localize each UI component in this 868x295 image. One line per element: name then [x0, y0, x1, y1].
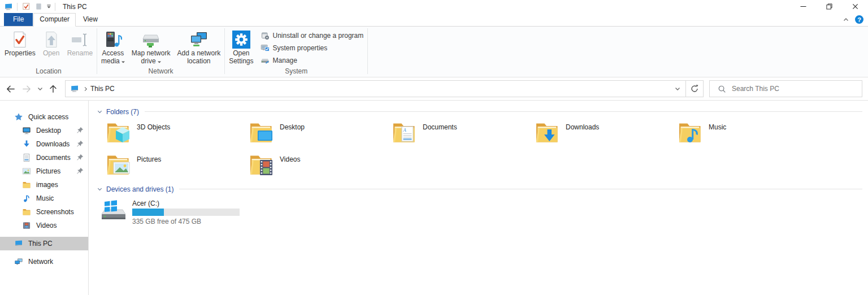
tile-desktop[interactable]: Desktop — [240, 121, 383, 146]
network-icon — [14, 257, 23, 266]
tile-name: Documents — [423, 123, 457, 131]
sidebar-item-this-pc[interactable]: This PC — [0, 237, 88, 250]
tile-music[interactable]: Music — [669, 121, 811, 146]
ribbon-group-system: OpenSettingsUninstall or change a progra… — [225, 27, 367, 77]
restore-button[interactable] — [816, 0, 842, 13]
refresh-button[interactable] — [686, 80, 704, 97]
sidebar-item-images[interactable]: images — [0, 178, 88, 192]
folder-documents-icon: A — [392, 121, 418, 145]
window-title: This PC — [63, 3, 87, 11]
sidebar-item-label: Desktop — [36, 127, 61, 135]
qat-customize-caret-icon — [46, 4, 51, 9]
system-properties-button[interactable]: System properties — [257, 42, 367, 54]
tile-name: Downloads — [566, 123, 599, 131]
folder-music-icon — [678, 121, 704, 145]
svg-text:A: A — [403, 127, 407, 133]
map-network-drive-button[interactable]: Map networkdrive — [128, 28, 174, 65]
minimize-ribbon-chevron-icon[interactable] — [843, 16, 849, 23]
sidebar-item-downloads[interactable]: Downloads — [0, 137, 88, 151]
open-settings-icon — [232, 31, 250, 49]
search-box[interactable] — [709, 80, 862, 97]
back-icon — [5, 84, 16, 94]
tile-name: Pictures — [137, 155, 161, 163]
sidebar-item-videos[interactable]: Videos — [0, 219, 88, 232]
this-pc-icon — [2, 1, 15, 12]
section-collapse-chevron-icon[interactable] — [97, 186, 103, 192]
folder-icon — [22, 207, 31, 216]
tile-pictures[interactable]: Pictures — [97, 153, 240, 178]
tile-videos[interactable]: Videos — [240, 153, 383, 178]
open-settings-button[interactable]: OpenSettings — [225, 28, 257, 65]
pin-icon — [76, 126, 84, 135]
pin-icon — [76, 167, 84, 175]
drive-windows-icon — [100, 198, 127, 223]
sidebar-item-label: Pictures — [36, 167, 60, 175]
search-input[interactable] — [732, 85, 845, 93]
folder-3d-icon — [106, 121, 132, 145]
customize-qat-chevron[interactable] — [45, 1, 53, 12]
this-pc-icon — [70, 84, 79, 93]
tab-computer[interactable]: Computer — [33, 13, 76, 27]
ribbon-group-separator — [224, 28, 225, 74]
back-button[interactable] — [2, 80, 19, 97]
sidebar-item-network[interactable]: Network — [0, 255, 88, 268]
address-dropdown-chevron[interactable] — [670, 81, 685, 97]
tab-file[interactable]: File — [4, 13, 33, 26]
refresh-icon — [690, 84, 699, 93]
access-media-button[interactable]: Accessmedia — [98, 28, 128, 65]
up-button[interactable] — [45, 80, 61, 97]
chevron-down-icon — [37, 85, 44, 92]
folder-icon — [22, 180, 31, 189]
chevron-up-icon — [843, 16, 849, 23]
address-bar[interactable]: This PC — [65, 80, 686, 97]
downloads-icon — [22, 140, 31, 149]
sidebar-item-label: Music — [36, 194, 54, 202]
sidebar-item-desktop[interactable]: Desktop — [0, 124, 88, 137]
ribbon-group-label-system: System — [225, 67, 367, 77]
sidebar-item-screenshots[interactable]: Screenshots — [0, 205, 88, 219]
help-button[interactable]: ? — [855, 15, 863, 24]
minimize-icon — [800, 3, 806, 10]
sidebar-item-label: images — [36, 181, 58, 189]
properties-button[interactable]: Properties — [1, 28, 39, 58]
sidebar-item-pictures[interactable]: Pictures — [0, 164, 88, 178]
qat-disabled-item-icon — [34, 2, 43, 11]
qat-properties-button[interactable] — [20, 1, 32, 12]
breadcrumb-chevron-icon[interactable] — [83, 86, 89, 92]
drive-free-space-text: 335 GB free of 475 GB — [132, 218, 240, 225]
manage-button[interactable]: Manage — [257, 54, 367, 67]
chevron-right-icon — [83, 86, 89, 92]
file-explorer-window: This PC FileComputerView ? PropertiesOpe… — [0, 0, 868, 295]
close-icon — [852, 3, 858, 10]
search-icon — [718, 85, 726, 93]
add-a-network-location-button[interactable]: Add a networklocation — [173, 28, 224, 65]
sidebar-item-quick-access[interactable]: Quick access — [0, 110, 88, 124]
tile-acer-c[interactable]: Acer (C:)335 GB free of 475 GB — [97, 198, 863, 225]
qat-disabled-button — [32, 1, 45, 12]
videos-icon — [22, 221, 31, 230]
rename-button: Rename — [64, 28, 96, 58]
desktop-icon — [22, 126, 31, 135]
qat-separator — [17, 3, 18, 11]
section-header-folders-7: Folders (7) — [97, 107, 863, 116]
sidebar-item-documents[interactable]: Documents — [0, 151, 88, 164]
sidebar-item-label: Documents — [36, 154, 71, 162]
folder-desktop-icon — [249, 121, 275, 145]
pictures-icon — [22, 167, 31, 176]
tile-documents[interactable]: ADocuments — [383, 121, 526, 146]
sidebar-item-music[interactable]: Music — [0, 192, 88, 205]
tab-view[interactable]: View — [76, 13, 105, 26]
recent-locations-chevron[interactable] — [35, 80, 45, 97]
breadcrumb-location[interactable]: This PC — [90, 85, 115, 93]
sidebar-item-label: This PC — [28, 240, 53, 248]
restore-icon — [826, 3, 832, 10]
section-rule — [179, 189, 862, 189]
tile-3d-objects[interactable]: 3D Objects — [97, 121, 240, 146]
quick-access-star-icon — [14, 112, 23, 122]
capacity-bar — [132, 209, 240, 216]
tile-downloads[interactable]: Downloads — [526, 121, 669, 146]
minimize-button[interactable] — [790, 0, 816, 13]
section-collapse-chevron-icon[interactable] — [97, 109, 103, 115]
uninstall-or-change-a-program-button[interactable]: Uninstall or change a program — [257, 29, 367, 42]
close-button[interactable] — [842, 0, 868, 13]
